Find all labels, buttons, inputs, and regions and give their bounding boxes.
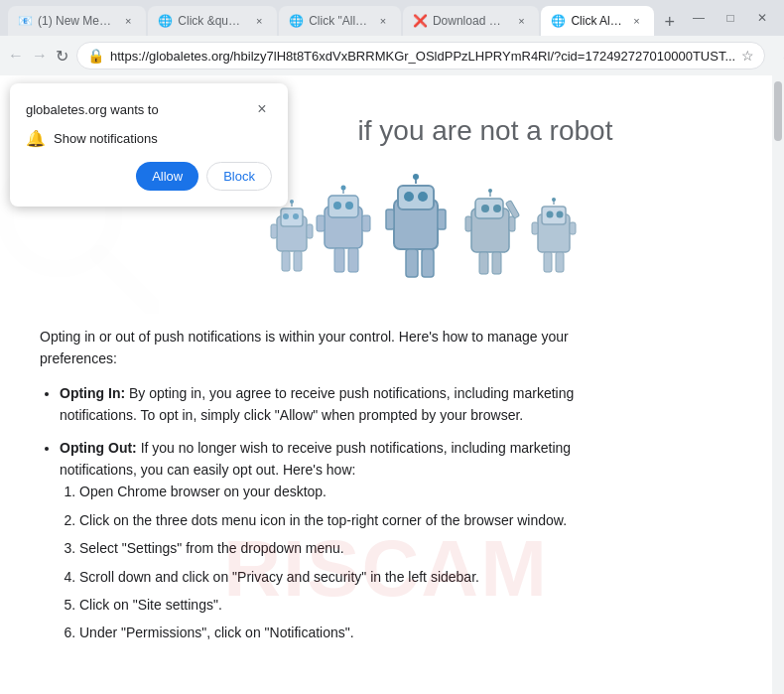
svg-point-50 xyxy=(552,198,556,202)
tab-5[interactable]: 🌐 Click Allow × xyxy=(541,6,654,36)
tab-4-label: Download Co... xyxy=(433,14,507,28)
download-button[interactable]: ⬇ xyxy=(773,42,784,69)
svg-rect-37 xyxy=(509,216,515,231)
svg-rect-47 xyxy=(532,222,538,234)
svg-rect-46 xyxy=(556,252,564,272)
scrollbar[interactable] xyxy=(772,75,784,694)
tab-5-close[interactable]: × xyxy=(628,13,644,29)
tab-1-close[interactable]: × xyxy=(120,13,136,29)
list-item-opting-out: Opting Out: If you no longer wish to rec… xyxy=(60,437,595,644)
refresh-button[interactable]: ↻ xyxy=(56,42,68,69)
opting-out-title: Opting Out: xyxy=(60,440,137,456)
browser-window: 📧 (1) New Mess... × 🌐 Click &quot;... × … xyxy=(0,0,784,694)
svg-point-3 xyxy=(293,213,299,219)
tab-2-label: Click &quot;... xyxy=(178,14,245,28)
popup-close-button[interactable]: × xyxy=(252,99,272,119)
svg-rect-45 xyxy=(544,252,552,272)
step-1: Open Chrome browser on your desktop. xyxy=(79,481,595,502)
svg-rect-26 xyxy=(386,209,394,229)
minimize-button[interactable]: — xyxy=(685,4,713,32)
svg-point-29 xyxy=(413,174,419,180)
svg-rect-21 xyxy=(398,186,434,209)
svg-line-52 xyxy=(99,254,154,309)
svg-rect-34 xyxy=(479,252,488,274)
popup-buttons: Allow Block xyxy=(26,162,272,191)
svg-point-40 xyxy=(488,189,492,193)
tab-1-favicon: 📧 xyxy=(18,14,32,28)
new-tab-button[interactable]: + xyxy=(656,8,683,36)
tab-1-label: (1) New Mess... xyxy=(38,14,114,28)
popup-notification-text: Show notifications xyxy=(54,131,158,146)
address-bar: ← → ↻ 🔒 https://globaletes.org/hbilzy7lH… xyxy=(0,36,784,75)
tab-4[interactable]: ❌ Download Co... × xyxy=(403,6,539,36)
svg-rect-35 xyxy=(492,252,501,274)
tab-3-favicon: 🌐 xyxy=(289,14,303,28)
svg-rect-11 xyxy=(328,196,358,217)
back-button[interactable]: ← xyxy=(8,42,24,69)
svg-rect-4 xyxy=(282,251,290,271)
svg-rect-17 xyxy=(362,215,370,231)
tab-2[interactable]: 🌐 Click &quot;... × xyxy=(148,6,277,36)
popup-title: globaletes.org wants to xyxy=(26,102,159,117)
tab-bar: 📧 (1) New Mess... × 🌐 Click &quot;... × … xyxy=(0,0,784,36)
step-2: Click on the three dots menu icon in the… xyxy=(79,509,595,531)
url-bar[interactable]: 🔒 https://globaletes.org/hbilzy7lH8t8T6x… xyxy=(76,42,765,69)
opting-in-text: By opting in, you agree to receive push … xyxy=(60,385,574,423)
tab-2-close[interactable]: × xyxy=(251,13,267,29)
tab-1[interactable]: 📧 (1) New Mess... × xyxy=(8,6,146,36)
popup-header: globaletes.org wants to × xyxy=(26,99,272,119)
svg-point-44 xyxy=(557,211,564,218)
bookmark-icon[interactable]: ☆ xyxy=(741,48,754,64)
svg-rect-36 xyxy=(465,216,471,231)
svg-point-22 xyxy=(404,192,414,202)
svg-point-9 xyxy=(290,200,294,204)
tab-4-favicon: ❌ xyxy=(413,14,427,28)
scrollbar-thumb[interactable] xyxy=(774,81,782,141)
tab-4-close[interactable]: × xyxy=(513,13,529,29)
bell-icon: 🔔 xyxy=(26,129,46,148)
window-controls: — □ ✕ xyxy=(685,4,776,36)
svg-rect-16 xyxy=(317,215,325,231)
svg-rect-7 xyxy=(307,224,313,238)
tab-3-close[interactable]: × xyxy=(375,13,391,29)
svg-point-32 xyxy=(481,205,489,212)
intro-paragraph: Opting in or out of push notifications i… xyxy=(40,326,595,370)
page-text: Opting in or out of push notifications i… xyxy=(40,326,595,644)
svg-point-43 xyxy=(547,211,554,218)
step-5: Click on "Site settings". xyxy=(79,594,595,616)
browser-content: globaletes.org wants to × 🔔 Show notific… xyxy=(0,75,784,694)
step-6: Under "Permissions", click on "Notificat… xyxy=(79,622,595,643)
robots-illustration xyxy=(257,167,594,306)
svg-point-23 xyxy=(418,192,428,202)
svg-point-19 xyxy=(341,186,346,191)
features-list: Opting In: By opting in, you agree to re… xyxy=(60,382,595,644)
forward-button[interactable]: → xyxy=(32,42,48,69)
allow-button[interactable]: Allow xyxy=(136,162,198,191)
tab-3-label: Click "Allow" xyxy=(309,14,369,28)
svg-rect-24 xyxy=(406,249,418,277)
block-button[interactable]: Block xyxy=(206,162,272,191)
tab-5-favicon: 🌐 xyxy=(551,14,565,28)
opting-out-text: If you no longer wish to receive push no… xyxy=(60,440,571,478)
svg-rect-5 xyxy=(294,251,302,271)
svg-rect-27 xyxy=(438,209,446,229)
notification-popup: globaletes.org wants to × 🔔 Show notific… xyxy=(10,83,288,207)
svg-rect-48 xyxy=(570,222,576,234)
step-4: Scroll down and click on "Privacy and se… xyxy=(79,566,595,588)
svg-point-33 xyxy=(493,205,501,212)
list-item-opting-in: Opting In: By opting in, you agree to re… xyxy=(60,382,595,427)
svg-point-12 xyxy=(333,202,341,209)
svg-rect-25 xyxy=(422,249,434,277)
opting-in-title: Opting In: xyxy=(60,385,125,401)
close-window-button[interactable]: ✕ xyxy=(748,4,776,32)
tab-5-label: Click Allow xyxy=(571,14,622,28)
secure-icon: 🔒 xyxy=(87,48,104,64)
url-text: https://globaletes.org/hbilzy7lH8t8T6xdV… xyxy=(110,49,735,64)
svg-rect-14 xyxy=(334,248,344,272)
tab-2-favicon: 🌐 xyxy=(158,14,172,28)
svg-rect-15 xyxy=(348,248,358,272)
svg-point-2 xyxy=(283,213,289,219)
tab-3[interactable]: 🌐 Click "Allow" × xyxy=(279,6,401,36)
maximize-button[interactable]: □ xyxy=(717,4,744,32)
svg-rect-6 xyxy=(271,224,277,238)
